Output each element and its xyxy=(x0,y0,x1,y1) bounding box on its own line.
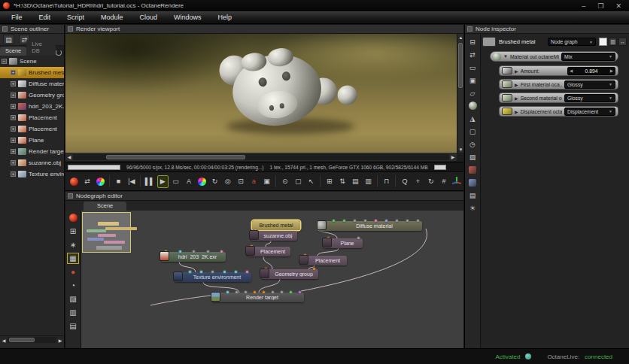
node-geometry-group[interactable]: Geometry group xyxy=(261,269,318,279)
red-cube-icon[interactable] xyxy=(467,165,479,174)
expander-icon[interactable]: − xyxy=(2,59,7,64)
render-target-icon[interactable]: ▣ xyxy=(467,75,479,85)
node-pin[interactable] xyxy=(406,219,409,223)
menu-edit[interactable]: Edit xyxy=(31,12,59,23)
scroll-down-icon[interactable]: ▼ xyxy=(457,146,464,153)
camera-snapshot-icon[interactable]: ▣ xyxy=(261,175,272,188)
link-button[interactable]: ▥ xyxy=(609,38,617,46)
tree-row[interactable]: + Diffuse material xyxy=(0,78,64,89)
tree-row[interactable]: + suzanne.obj xyxy=(0,157,64,168)
region-info-icon[interactable]: Q xyxy=(399,175,410,188)
node-pin[interactable] xyxy=(220,250,223,253)
pie-chart-icon[interactable]: ◔ xyxy=(67,280,79,291)
fit-view-icon[interactable]: # xyxy=(438,175,449,188)
node-texture-environment[interactable]: Texture environment xyxy=(175,272,251,282)
outliner-tab-live-db[interactable]: Live DB xyxy=(26,40,56,56)
node-pin[interactable] xyxy=(342,219,346,223)
param-select[interactable]: Displacement▼ xyxy=(564,108,615,116)
node-pin[interactable] xyxy=(188,270,192,274)
lock-resolution-icon[interactable]: ⊓ xyxy=(381,175,392,188)
expander-icon[interactable]: + xyxy=(11,138,16,143)
node-pin[interactable] xyxy=(271,290,275,294)
param-select[interactable]: Glossy▼ xyxy=(564,80,615,89)
node-pin[interactable] xyxy=(253,290,257,294)
tree-row[interactable]: + Geometry group xyxy=(0,89,64,101)
node-pin[interactable] xyxy=(235,290,239,294)
stop-render-button[interactable]: ■ xyxy=(113,175,124,188)
stripes-icon[interactable]: ▨ xyxy=(67,293,79,305)
nodegraph-minimap[interactable] xyxy=(82,212,131,253)
rgb-ball-icon[interactable] xyxy=(95,175,106,188)
new-node-icon[interactable]: ▤ xyxy=(3,35,14,44)
node-pin[interactable] xyxy=(332,219,336,223)
menu-cloud[interactable]: Cloud xyxy=(132,12,166,23)
node-pin[interactable] xyxy=(298,290,302,294)
octane-logo-icon[interactable] xyxy=(67,212,79,223)
scroll-thumb[interactable] xyxy=(106,155,245,159)
node-pin[interactable] xyxy=(199,270,203,274)
node-suzanne[interactable]: suzanne.obj xyxy=(251,231,297,241)
zoom-select-icon[interactable]: ⊙ xyxy=(279,175,290,188)
layers-icon[interactable]: ▤ xyxy=(350,175,361,188)
expand-icon[interactable]: ▶ xyxy=(515,109,518,114)
material-ball-icon[interactable] xyxy=(467,101,479,111)
node-pin[interactable] xyxy=(363,219,367,223)
node-star-icon[interactable]: ∗ xyxy=(67,239,79,250)
node-pin[interactable] xyxy=(245,270,249,274)
expander-icon[interactable]: + xyxy=(11,126,16,132)
histogram-icon[interactable]: ▥ xyxy=(67,307,79,318)
play-render-button[interactable]: ▶ xyxy=(157,175,169,188)
node-render-target[interactable]: Render target xyxy=(212,293,304,302)
node-pin[interactable] xyxy=(223,270,226,274)
alpha-mode-icon[interactable]: a xyxy=(248,175,260,188)
axes-gizmo-icon[interactable] xyxy=(451,175,463,188)
font-overlay-icon[interactable]: A xyxy=(183,175,194,188)
parameter-row[interactable]: ▶ First material oca... Glossy▼ xyxy=(499,79,618,89)
tab-scene[interactable]: Scene xyxy=(84,202,126,211)
expand-icon[interactable]: ▶ xyxy=(515,96,518,101)
restart-render-button[interactable]: |◀ xyxy=(126,175,137,188)
expander-icon[interactable]: + xyxy=(11,171,16,177)
node-pin[interactable] xyxy=(312,267,316,271)
close-button[interactable]: ✕ xyxy=(615,2,621,10)
render-passes-icon[interactable]: ▥ xyxy=(363,175,374,188)
livedb-refresh-icon[interactable] xyxy=(56,50,62,56)
tree-row[interactable]: + Texture environment xyxy=(0,168,64,180)
parameter-row[interactable]: ▶ Second material oc... Glossy▼ xyxy=(499,93,618,103)
param-select[interactable]: Glossy▼ xyxy=(564,94,615,102)
parameter-row[interactable]: ▶ Displacement octa... Displacement▼ xyxy=(499,106,618,117)
node-pin[interactable] xyxy=(289,290,293,294)
expander-icon[interactable]: + xyxy=(11,104,16,109)
menu-windows[interactable]: Windows xyxy=(166,12,210,23)
expander-icon[interactable]: + xyxy=(11,115,16,120)
mix-select[interactable]: Mix▼ xyxy=(561,53,615,61)
pan-move-icon[interactable]: + xyxy=(412,175,424,188)
node-placement-1[interactable]: Placement xyxy=(247,247,290,256)
node-pin[interactable] xyxy=(234,270,238,274)
material-picker-icon[interactable]: ◎ xyxy=(222,175,233,188)
copy-image-icon[interactable]: ⊞ xyxy=(324,175,335,188)
outliner-tab-scene[interactable]: Scene xyxy=(0,47,26,56)
expander-icon[interactable]: + xyxy=(11,70,16,75)
tree-row[interactable]: + Plane xyxy=(0,135,64,146)
crop-select-icon[interactable]: ▢ xyxy=(293,175,304,188)
node-pin[interactable] xyxy=(178,250,182,253)
orbit-icon[interactable]: ↻ xyxy=(425,175,436,188)
expand-icon[interactable]: ▶ xyxy=(515,82,518,87)
frame-icon[interactable]: ▢ xyxy=(467,126,479,136)
scroll-left-icon[interactable]: ◀ xyxy=(65,153,73,160)
expand-icon[interactable]: ▶ xyxy=(515,68,518,74)
octane-logo-icon[interactable] xyxy=(68,175,80,188)
menu-file[interactable]: File xyxy=(3,12,31,23)
node-pin[interactable] xyxy=(357,236,360,240)
expander-icon[interactable]: + xyxy=(11,81,16,86)
minimize-button[interactable]: – xyxy=(582,2,585,10)
menu-script[interactable]: Script xyxy=(59,12,93,23)
node-diffuse-material[interactable]: Diffuse material xyxy=(318,221,422,231)
node-pin[interactable] xyxy=(280,290,284,294)
tree-row[interactable]: + Placement xyxy=(0,112,64,123)
tree-row[interactable]: + Placement xyxy=(0,123,64,135)
parameter-row[interactable]: ▶ Amount: ◀ 0.894 ▶ xyxy=(499,65,618,76)
node-plane[interactable]: Plane xyxy=(324,238,363,248)
node-pin[interactable] xyxy=(226,290,229,294)
